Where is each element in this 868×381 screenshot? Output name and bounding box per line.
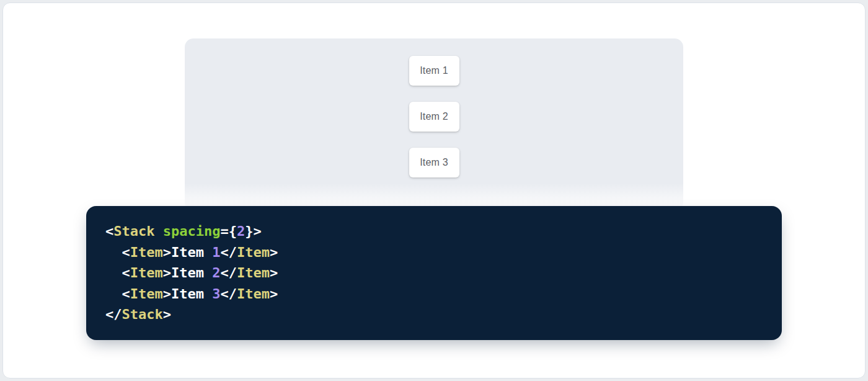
code-token-plain: Item <box>171 265 212 280</box>
code-token-plain: < <box>105 286 130 302</box>
code-token-num: 3 <box>212 286 220 302</box>
code-token-num: 2 <box>237 223 245 239</box>
code-token-plain: > <box>270 286 278 302</box>
code-token-plain: > <box>270 265 278 280</box>
code-token-plain: < <box>105 244 130 260</box>
code-token-plain: < <box>105 265 130 280</box>
code-token-num: 2 <box>212 265 220 280</box>
code-token-plain: > <box>163 244 171 260</box>
code-token-tag: Stack <box>122 307 163 322</box>
code-token-plain: </ <box>220 244 237 260</box>
code-token-tag: Item <box>237 265 270 280</box>
code-token-tag: Stack <box>113 223 154 239</box>
stack-item-label: Item 3 <box>420 157 448 168</box>
code-token-plain: > <box>163 307 171 322</box>
code-token-plain: </ <box>105 307 122 322</box>
stack-demo-panel: Item 1 Item 2 Item 3 <box>185 38 683 211</box>
code-token-plain: > <box>270 244 278 260</box>
code-token-attr: spacing <box>163 223 221 239</box>
code-block: <Stack spacing={2}> <Item>Item 1</Item> … <box>86 206 782 340</box>
code-token-tag: Item <box>237 244 270 260</box>
code-token-tag: Item <box>130 244 163 260</box>
stack-item-label: Item 1 <box>420 65 448 76</box>
code-token-plain <box>154 223 162 239</box>
stage: Item 1 Item 2 Item 3 <Stack spacing={2}>… <box>0 0 868 381</box>
code-token-plain: </ <box>220 286 237 302</box>
code-token-tag: Item <box>130 286 163 302</box>
code-token-plain: > <box>163 286 171 302</box>
code-token-tag: Item <box>130 265 163 280</box>
stack-item-card: Item 2 <box>409 102 459 132</box>
stack-item-card: Item 3 <box>409 148 459 177</box>
code-line: <Stack spacing={2}> <box>105 221 763 242</box>
code-token-num: 1 <box>212 244 220 260</box>
code-token-plain: ={ <box>220 223 237 239</box>
code-token-plain: > <box>163 265 171 280</box>
code-token-tag: Item <box>237 286 270 302</box>
code-token-plain: Item <box>171 244 212 260</box>
stack-item-label: Item 2 <box>420 111 448 122</box>
code-line: <Item>Item 1</Item> <box>105 242 763 263</box>
stack-item-card: Item 1 <box>409 56 459 86</box>
code-line: <Item>Item 2</Item> <box>105 262 763 284</box>
code-token-plain: < <box>105 223 113 239</box>
stack-container: Item 1 Item 2 Item 3 <box>409 56 459 177</box>
code-token-plain: }> <box>245 223 262 239</box>
code-token-plain: Item <box>171 286 212 302</box>
code-token-plain: </ <box>220 265 237 280</box>
code-line: </Stack> <box>105 304 763 325</box>
code-line: <Item>Item 3</Item> <box>105 284 763 305</box>
